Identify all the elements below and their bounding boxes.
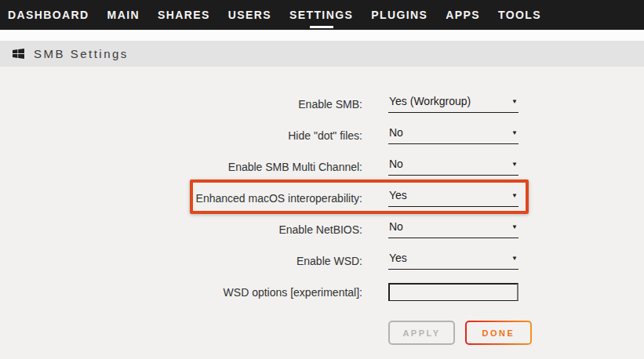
- nav-content-gap: [0, 30, 644, 41]
- done-button[interactable]: DONE: [465, 321, 532, 345]
- dropdown-arrow-icon: ▼: [511, 223, 518, 230]
- form-row-enable-smb: Enable SMB: Yes (Workgroup) ▼: [0, 88, 644, 119]
- apply-button[interactable]: APPLY: [388, 321, 455, 345]
- dropdown-arrow-icon: ▼: [511, 192, 518, 199]
- hide-dot-files-value: No: [389, 126, 403, 139]
- dropdown-arrow-icon: ▼: [511, 255, 518, 262]
- nav-item-apps[interactable]: APPS: [446, 9, 480, 21]
- page-header: SMB Settings: [0, 41, 644, 67]
- nav-item-main[interactable]: MAIN: [107, 9, 140, 21]
- form-row-wsd: Enable WSD: Yes ▼: [0, 245, 644, 276]
- smb-multi-channel-label: Enable SMB Multi Channel:: [0, 159, 362, 173]
- top-navigation: DASHBOARD MAIN SHARES USERS SETTINGS PLU…: [0, 0, 644, 30]
- netbios-select[interactable]: No ▼: [388, 220, 518, 238]
- windows-icon: [13, 49, 24, 59]
- dropdown-arrow-icon: ▼: [511, 161, 518, 168]
- nav-item-users[interactable]: USERS: [228, 9, 271, 21]
- macos-interop-value: Yes: [389, 189, 407, 201]
- form-row-smb-multi-channel: Enable SMB Multi Channel: No ▼: [0, 150, 644, 182]
- nav-item-settings[interactable]: SETTINGS: [289, 9, 353, 21]
- nav-item-tools[interactable]: TOOLS: [498, 9, 541, 21]
- macos-interop-select[interactable]: Yes ▼: [388, 189, 518, 207]
- form-row-hide-dot-files: Hide "dot" files: No ▼: [0, 119, 644, 150]
- enable-smb-label: Enable SMB:: [0, 96, 362, 111]
- hide-dot-files-select[interactable]: No ▼: [388, 126, 518, 144]
- smb-multi-channel-select[interactable]: No ▼: [388, 158, 518, 176]
- netbios-label: Enable NetBIOS:: [0, 222, 362, 236]
- form-row-wsd-options: WSD options [experimental]:: [0, 276, 644, 307]
- smb-settings-form: Enable SMB: Yes (Workgroup) ▼ Hide "dot"…: [0, 67, 644, 345]
- form-row-macos-interop: Enhanced macOS interoperability: Yes ▼: [0, 182, 644, 213]
- dropdown-arrow-icon: ▼: [511, 98, 518, 105]
- smb-multi-channel-value: No: [389, 158, 403, 170]
- wsd-value: Yes: [389, 252, 407, 264]
- nav-item-dashboard[interactable]: DASHBOARD: [8, 9, 89, 21]
- macos-interop-label: Enhanced macOS interoperability:: [0, 190, 362, 205]
- enable-smb-value: Yes (Workgroup): [389, 95, 471, 107]
- form-row-netbios: Enable NetBIOS: No ▼: [0, 213, 644, 245]
- wsd-select[interactable]: Yes ▼: [388, 252, 518, 270]
- form-buttons: APPLY DONE: [0, 321, 644, 345]
- dropdown-arrow-icon: ▼: [511, 129, 518, 136]
- netbios-value: No: [389, 220, 403, 233]
- wsd-label: Enable WSD:: [0, 253, 362, 267]
- wsd-options-label: WSD options [experimental]:: [0, 285, 362, 299]
- nav-item-plugins[interactable]: PLUGINS: [371, 9, 428, 21]
- page-title: SMB Settings: [34, 47, 129, 60]
- nav-item-shares[interactable]: SHARES: [158, 9, 210, 21]
- enable-smb-select[interactable]: Yes (Workgroup) ▼: [388, 95, 518, 113]
- wsd-options-input[interactable]: [388, 283, 518, 301]
- hide-dot-files-label: Hide "dot" files:: [0, 128, 362, 142]
